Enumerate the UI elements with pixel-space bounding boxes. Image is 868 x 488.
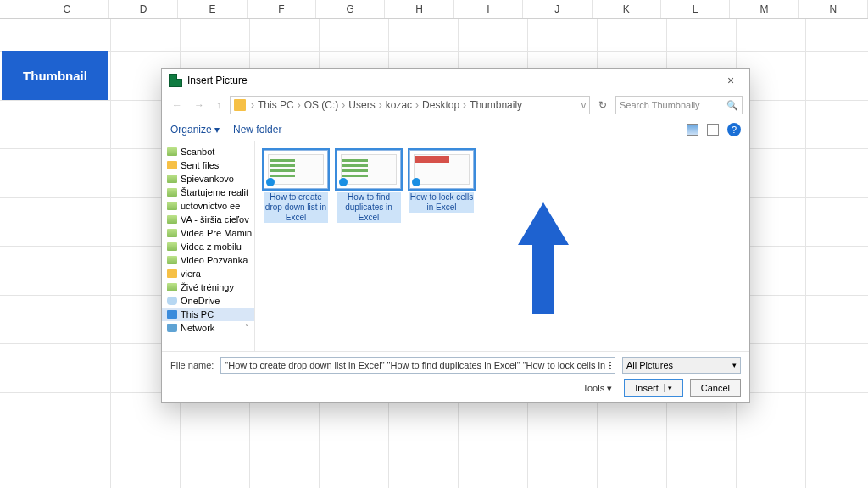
- file-item[interactable]: How to find duplicates in Excel: [337, 150, 401, 223]
- filename-label: File name:: [170, 360, 214, 370]
- breadcrumb-item[interactable]: Users: [348, 99, 375, 111]
- dialog-title: Insert Picture: [187, 75, 248, 86]
- close-button[interactable]: ×: [719, 74, 743, 87]
- tree-item[interactable]: Scanbot: [162, 145, 254, 158]
- filename-input[interactable]: [220, 357, 615, 374]
- filter-label: All Pictures: [626, 360, 673, 370]
- help-button[interactable]: ?: [727, 123, 741, 136]
- tools-dropdown[interactable]: Tools ▾: [582, 383, 617, 394]
- img-icon: [167, 175, 177, 183]
- new-folder-button[interactable]: New folder: [233, 124, 295, 136]
- col-header[interactable]: M: [730, 0, 798, 18]
- tree-item-label: OneDrive: [181, 296, 220, 306]
- tree-item[interactable]: This PC: [162, 308, 254, 321]
- back-button[interactable]: ←: [169, 99, 186, 111]
- tree-item-label: Network: [181, 323, 214, 333]
- tree-item[interactable]: Videa Pre Mamin: [162, 226, 254, 240]
- tree-item-label: VA - širšia cieľov: [181, 214, 249, 225]
- organize-button[interactable]: Organize ▾: [170, 124, 233, 136]
- folder-tree[interactable]: ScanbotSent filesSpievankovoŠtartujeme r…: [162, 141, 255, 351]
- tree-item[interactable]: uctovnictvo ee: [162, 199, 254, 213]
- col-header[interactable]: N: [799, 0, 868, 18]
- dialog-toolbar: Organize ▾ New folder ?: [162, 118, 749, 141]
- col-header[interactable]: H: [385, 0, 453, 18]
- cloud-icon: [167, 297, 177, 305]
- folder-icon: [234, 99, 246, 111]
- excel-icon: [169, 74, 182, 87]
- tree-item-label: Videa z mobilu: [181, 241, 242, 252]
- breadcrumb-item[interactable]: Thumbnaily: [470, 99, 522, 111]
- col-header[interactable]: G: [316, 0, 385, 18]
- tree-item[interactable]: Network˅: [162, 321, 254, 335]
- nav-row: ← → ↑ › This PC› OS (C:)› Users› kozac› …: [162, 92, 749, 118]
- tree-item-label: Scanbot: [181, 147, 214, 157]
- sync-icon: [339, 178, 348, 186]
- tree-item-label: Videa Pre Mamin: [181, 228, 252, 238]
- search-icon: 🔍: [726, 100, 738, 111]
- tree-item[interactable]: OneDrive: [162, 294, 254, 308]
- tree-item[interactable]: viera: [162, 267, 254, 280]
- file-caption: How to lock cells in Excel: [409, 192, 474, 213]
- col-header[interactable]: K: [593, 0, 661, 18]
- col-header[interactable]: I: [454, 0, 523, 18]
- view-mode-icon[interactable]: [687, 124, 698, 136]
- file-caption: How to find duplicates in Excel: [337, 192, 401, 223]
- file-thumbnail: [337, 150, 401, 189]
- tree-item[interactable]: Sent files: [162, 158, 254, 172]
- up-button[interactable]: ↑: [213, 99, 225, 111]
- tree-item-label: Štartujeme realit: [181, 187, 248, 197]
- annotation-arrow: [522, 202, 565, 313]
- preview-pane-icon[interactable]: [707, 124, 719, 136]
- tree-item-label: Video Pozvanka: [181, 255, 248, 265]
- tree-item[interactable]: VA - širšia cieľov: [162, 213, 254, 226]
- cell-thumbnail-header: Thumbnail: [2, 51, 108, 100]
- search-input[interactable]: Search Thumbnaily 🔍: [615, 96, 743, 114]
- img-icon: [167, 256, 177, 264]
- tree-item[interactable]: Video Pozvanka: [162, 253, 254, 267]
- forward-button[interactable]: →: [191, 99, 208, 111]
- col-header[interactable]: L: [661, 0, 730, 18]
- breadcrumb-item[interactable]: Desktop: [422, 99, 459, 111]
- file-item[interactable]: How to create drop down list in Excel: [264, 150, 328, 223]
- file-thumbnail: [264, 150, 328, 189]
- dialog-footer: File name: All Pictures ▾ Tools ▾ Insert…: [162, 351, 749, 402]
- img-icon: [167, 242, 177, 251]
- insert-button[interactable]: Insert ▾: [624, 379, 683, 397]
- chevron-down-icon: ▾: [732, 361, 737, 369]
- breadcrumb-item[interactable]: kozac: [386, 99, 412, 111]
- tree-item-label: Živé tréningy: [181, 282, 234, 292]
- tree-item-label: Sent files: [181, 160, 219, 170]
- col-header[interactable]: E: [178, 0, 247, 18]
- dialog-titlebar: Insert Picture ×: [162, 69, 749, 92]
- img-icon: [167, 188, 177, 197]
- tree-item-label: uctovnictvo ee: [181, 201, 240, 211]
- file-item[interactable]: How to lock cells in Excel: [409, 150, 474, 213]
- col-header[interactable]: J: [523, 0, 592, 18]
- col-header[interactable]: F: [248, 0, 316, 18]
- sync-icon: [266, 178, 275, 186]
- tree-item[interactable]: Videa z mobilu: [162, 240, 254, 253]
- insert-label: Insert: [635, 383, 659, 393]
- refresh-button[interactable]: ↻: [595, 99, 610, 111]
- folder-icon: [167, 161, 177, 169]
- file-pane[interactable]: How to create drop down list in ExcelHow…: [255, 141, 749, 351]
- breadcrumb-item[interactable]: This PC: [258, 99, 294, 111]
- breadcrumb-item[interactable]: OS (C:): [304, 99, 339, 111]
- img-icon: [167, 229, 177, 237]
- chevron-down-icon: ˅: [245, 324, 249, 332]
- search-placeholder: Search Thumbnaily: [620, 100, 700, 110]
- cancel-button[interactable]: Cancel: [690, 379, 741, 397]
- tree-item[interactable]: Spievankovo: [162, 172, 254, 186]
- insert-split-icon[interactable]: ▾: [664, 384, 672, 392]
- breadcrumb[interactable]: › This PC› OS (C:)› Users› kozac› Deskto…: [230, 96, 590, 114]
- tree-item[interactable]: Štartujeme realit: [162, 186, 254, 199]
- pc-icon: [167, 310, 177, 319]
- insert-picture-dialog: Insert Picture × ← → ↑ › This PC› OS (C:…: [161, 68, 750, 403]
- col-header[interactable]: D: [109, 0, 178, 18]
- file-type-filter[interactable]: All Pictures ▾: [622, 357, 741, 374]
- col-header[interactable]: C: [25, 0, 109, 18]
- img-icon: [167, 283, 177, 291]
- net-icon: [167, 324, 177, 332]
- tree-item[interactable]: Živé tréningy: [162, 280, 254, 294]
- file-thumbnail: [409, 150, 474, 189]
